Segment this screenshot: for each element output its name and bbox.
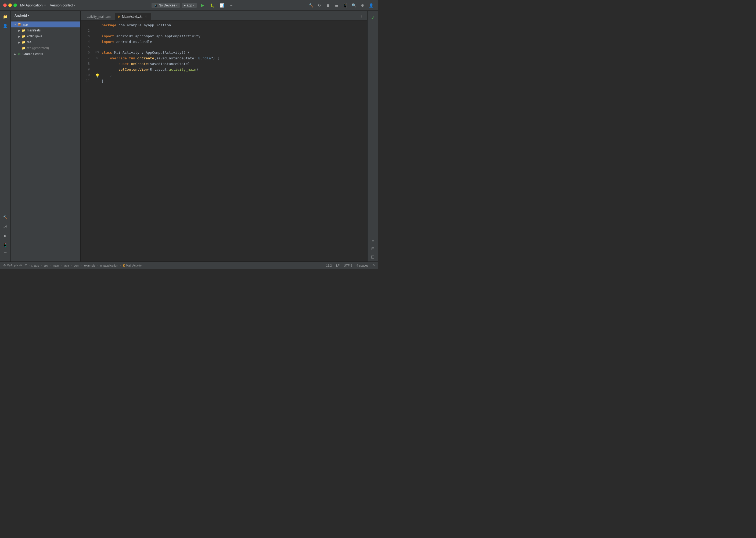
version-control-label: Version control — [50, 3, 73, 7]
android-dropdown[interactable]: Android ▾ — [13, 13, 31, 18]
lens-icon[interactable]: ◫ — [369, 253, 377, 260]
debug-button[interactable]: 🐛 — [209, 2, 216, 9]
sidebar-item-run[interactable]: ▶ — [1, 231, 10, 240]
status-bar-left: ⚙ MyApplication2 › □ app › src › main › … — [2, 263, 324, 267]
run-button[interactable]: ▶ — [199, 2, 206, 9]
line-num-8: 8 — [80, 61, 94, 66]
tree-arrow-kotlin-java[interactable]: ▶ — [17, 34, 22, 38]
line-num-3: 3 — [80, 33, 94, 39]
encoding[interactable]: UTF-8 — [343, 264, 353, 267]
tree-label-manifests: manifests — [27, 28, 41, 32]
line-gutter-10: 💡 — [94, 73, 100, 79]
tree-label-kotlin-java: kotlin+java — [27, 34, 42, 38]
tree-label-res: res — [27, 40, 31, 44]
settings-icon[interactable]: ⚙ — [359, 2, 366, 9]
breadcrumb-mainactivity[interactable]: K MainActivity — [122, 264, 143, 267]
breadcrumb-myapplication2[interactable]: ⚙ MyApplication2 — [2, 263, 28, 267]
editor-area: activity_main.xml K MainActivity.kt ✕ ⋮ … — [80, 11, 367, 261]
breadcrumb-app[interactable]: □ app — [30, 264, 40, 267]
tree-item-res-generated[interactable]: 📁 res (generated) — [11, 45, 80, 51]
tree-arrow-app[interactable]: ▾ — [13, 22, 17, 27]
code-line-1: 1 package com.example.myapplication — [80, 23, 367, 28]
tab-close-main-activity[interactable]: ✕ — [144, 15, 148, 18]
breadcrumb-src[interactable]: src — [43, 264, 49, 267]
tree-label-res-generated: res (generated) — [27, 46, 49, 50]
code-line-3: 3 import androidx.appcompat.app.AppCompa… — [80, 33, 367, 39]
sdk-manager-icon[interactable]: ☰ — [333, 2, 340, 9]
left-icon-bar-bottom: 🔨 ⎇ ▶ 📱 ☰ — [1, 213, 10, 260]
tab-menu-icon[interactable]: ⋮ — [358, 13, 365, 20]
file-tree-header: Android ▾ — [11, 11, 80, 21]
device-selector[interactable]: 📱 No Devices ▾ — [152, 3, 180, 8]
tree-item-app[interactable]: ▾ 📦 app — [11, 22, 80, 27]
tree-item-manifests[interactable]: ▶ 📁 manifests — [11, 27, 80, 33]
code-line-11: 11 } — [80, 79, 367, 84]
breadcrumb-myapplication[interactable]: myapplication — [99, 264, 119, 267]
breadcrumb-com[interactable]: com — [73, 264, 80, 267]
checkmark-icon: ✓ — [369, 14, 377, 22]
close-button[interactable] — [3, 4, 7, 7]
minimize-button[interactable] — [8, 4, 12, 7]
hierarchy-icon[interactable]: ⊞ — [369, 245, 377, 252]
search-icon[interactable]: 🔍 — [350, 2, 358, 9]
sync-icon[interactable]: ↻ — [316, 2, 323, 9]
stop-icon[interactable]: ⏹ — [324, 2, 332, 9]
profiler-button[interactable]: 📊 — [218, 2, 226, 9]
traffic-lights — [3, 4, 17, 7]
tree-arrow-gradle[interactable]: ▶ — [13, 52, 17, 56]
app-selector[interactable]: ▸ app ▾ — [182, 3, 197, 8]
sidebar-item-logcat[interactable]: ☰ — [1, 250, 10, 258]
line-gutter-7: ○ — [94, 56, 100, 60]
sidebar-item-build[interactable]: 🔨 — [1, 213, 10, 222]
editor-right: activity_main.xml K MainActivity.kt ✕ ⋮ … — [80, 11, 378, 261]
left-icon-bar-top: 📁 👤 ⋯ — [1, 12, 10, 212]
line-content-7: override fun onCreate(savedInstanceState… — [100, 56, 367, 61]
code-line-10: 10 💡 } — [80, 73, 367, 79]
file-tree-panel: Android ▾ ▾ 📦 app ▶ 📁 manifests ▶ — [11, 11, 80, 261]
left-icon-bar: 📁 👤 ⋯ 🔨 ⎇ ▶ 📱 ☰ — [0, 11, 11, 261]
tree-arrow-manifests[interactable]: ▶ — [17, 28, 22, 32]
line-content-11: } — [100, 79, 367, 84]
line-num-11: 11 — [80, 79, 94, 83]
sidebar-item-project[interactable]: 📁 — [1, 12, 10, 21]
code-line-6: 6 </> class MainActivity : AppCompatActi… — [80, 50, 367, 56]
line-content-10: } — [100, 73, 367, 78]
breadcrumb: ⚙ MyApplication2 › □ app › src › main › … — [2, 263, 143, 267]
project-selector[interactable]: My Application ▾ — [20, 3, 46, 7]
app-icon: ▸ — [184, 4, 186, 7]
breadcrumb-java[interactable]: java — [63, 264, 70, 267]
line-num-2: 2 — [80, 28, 94, 33]
account-icon[interactable]: 👤 — [367, 2, 375, 9]
code-editor[interactable]: 1 package com.example.myapplication 2 3 … — [80, 21, 367, 261]
tree-arrow-res[interactable]: ▶ — [17, 40, 22, 44]
line-content-8: super.onCreate(savedInstanceState) — [100, 61, 367, 67]
avd-manager-icon[interactable]: 📱 — [341, 2, 349, 9]
version-control-selector[interactable]: Version control ▾ — [50, 3, 76, 7]
line-content-4: import android.os.Bundle — [100, 39, 367, 45]
indent-info[interactable]: 4 spaces — [355, 264, 370, 267]
code-line-2: 2 — [80, 28, 367, 33]
maximize-button[interactable] — [14, 4, 17, 7]
git-column-icon[interactable]: ⧉ — [372, 263, 376, 267]
breadcrumb-main[interactable]: main — [51, 264, 60, 267]
line-ending[interactable]: LF — [335, 264, 341, 267]
tab-bar: activity_main.xml K MainActivity.kt ✕ ⋮ — [80, 11, 367, 21]
build-icon[interactable]: 🔨 — [307, 2, 315, 9]
tree-item-gradle[interactable]: ▶ ⚙ Gradle Scripts — [11, 51, 80, 57]
titlebar-actions: 🔨 ↻ ⏹ ☰ 📱 🔍 ⚙ 👤 — [307, 2, 375, 9]
breadcrumb-example[interactable]: example — [83, 264, 96, 267]
tab-main-activity[interactable]: K MainActivity.kt ✕ — [115, 13, 151, 20]
cursor-position[interactable]: 11:2 — [325, 264, 333, 267]
structure-icon[interactable]: ≡ — [369, 237, 377, 244]
folder-kotlin-java-icon: 📁 — [22, 34, 26, 38]
sidebar-item-git[interactable]: ⎇ — [1, 222, 10, 231]
sidebar-item-plugins[interactable]: ⋯ — [1, 30, 10, 39]
tree-item-kotlin-java[interactable]: ▶ 📁 kotlin+java — [11, 33, 80, 39]
sidebar-item-device-manager[interactable]: 📱 — [1, 241, 10, 249]
sidebar-item-structure[interactable]: 👤 — [1, 22, 10, 30]
tree-item-res[interactable]: ▶ 📁 res — [11, 39, 80, 45]
more-run-options-button[interactable]: ⋯ — [228, 2, 235, 9]
tab-activity-main[interactable]: activity_main.xml — [82, 13, 115, 20]
right-gutter: ✓ ≡ ⊞ ◫ — [367, 11, 378, 261]
bulb-icon[interactable]: 💡 — [95, 73, 100, 79]
